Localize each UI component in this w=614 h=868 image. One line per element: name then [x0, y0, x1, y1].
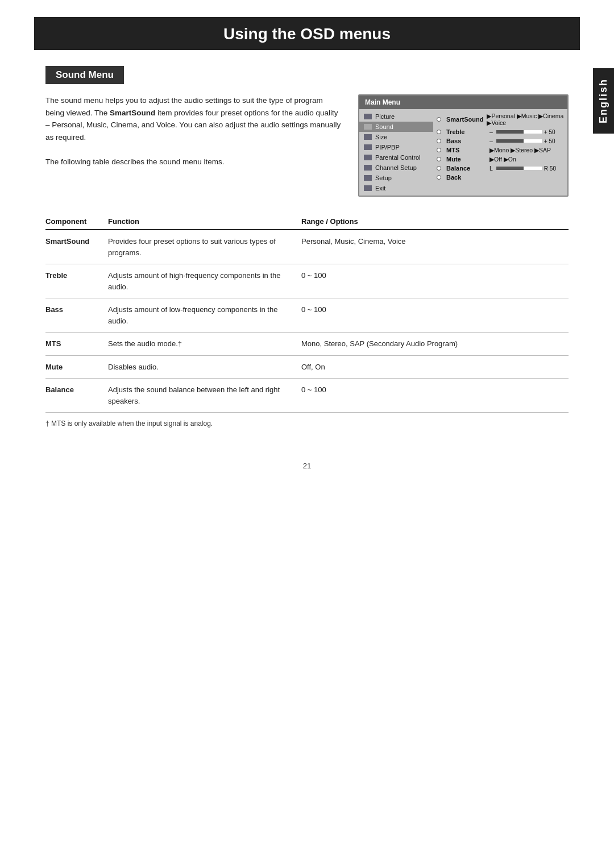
table-header-row: Component Function Range / Options	[45, 214, 569, 230]
table-row: MuteDisables audio.Off, On	[45, 355, 569, 379]
col-header-range: Range / Options	[301, 214, 569, 230]
osd-bar-treble: + 50	[496, 129, 555, 135]
osd-item-channel: Channel Setup	[359, 163, 433, 173]
table-row: BalanceAdjusts the sound balance between…	[45, 379, 569, 413]
osd-bar-balance: R 50	[496, 165, 556, 172]
section-heading: Sound Menu	[45, 66, 124, 84]
osd-label-mts: MTS	[446, 147, 486, 153]
osd-bullet-bass	[437, 139, 441, 143]
osd-bullet-smartsound	[437, 117, 441, 122]
page-title: Using the OSD menus	[34, 17, 580, 50]
osd-balance-left: L	[489, 165, 493, 172]
osd-title-bar: Main Menu	[359, 95, 567, 109]
cell-component-2: Bass	[45, 298, 108, 333]
osd-bullet-mute	[437, 157, 441, 161]
osd-item-pip: PIP/PBP	[359, 142, 433, 152]
osd-left-col: Picture Sound Size PIP/PBP	[359, 109, 433, 196]
cell-range-0: Personal, Music, Cinema, Voice	[301, 230, 569, 264]
cell-function-5: Adjusts the sound balance between the le…	[108, 379, 301, 413]
osd-row-mute: Mute ▶Off ▶On	[433, 155, 567, 164]
col-header-component: Component	[45, 214, 108, 230]
intro-paragraph-1: The sound menu helps you to adjust the a…	[45, 94, 341, 143]
page-number: 21	[0, 462, 614, 470]
osd-row-bass: Bass – + 50	[433, 136, 567, 146]
osd-options-smartsound: ▶Personal ▶Music ▶Cinema ▶Voice	[487, 113, 564, 126]
osd-body: Picture Sound Size PIP/PBP	[359, 109, 567, 196]
osd-options-mute: ▶Off ▶On	[489, 156, 516, 163]
table-section: Component Function Range / Options Smart…	[45, 214, 569, 413]
osd-options-mts: ▶Mono ▶Stereo ▶SAP	[489, 147, 551, 153]
osd-bullet-balance	[437, 166, 441, 171]
cell-function-2: Adjusts amount of low-frequency componen…	[108, 298, 301, 333]
osd-dash-treble: –	[489, 128, 493, 135]
osd-row-treble: Treble – + 50	[433, 127, 567, 136]
osd-label-smartsound: SmartSound	[446, 116, 483, 123]
osd-label-balance: Balance	[446, 165, 486, 172]
cell-component-0: SmartSound	[45, 230, 108, 264]
cell-range-2: 0 ~ 100	[301, 298, 569, 333]
osd-item-setup: Setup	[359, 173, 433, 183]
language-tab: English	[593, 68, 614, 134]
cell-function-4: Disables audio.	[108, 355, 301, 379]
cell-range-5: 0 ~ 100	[301, 379, 569, 413]
cell-range-4: Off, On	[301, 355, 569, 379]
osd-label-back: Back	[446, 174, 486, 181]
table-row: MTSSets the audio mode.†Mono, Stereo, SA…	[45, 333, 569, 356]
osd-bar-bass: + 50	[496, 138, 555, 144]
osd-item-sound: Sound	[359, 122, 433, 132]
osd-row-balance: Balance L R 50	[433, 164, 567, 173]
osd-item-parental: Parental Control	[359, 152, 433, 163]
cell-range-3: Mono, Stereo, SAP (Secondary Audio Progr…	[301, 333, 569, 356]
osd-bullet-mts	[437, 148, 441, 152]
osd-row-back: Back	[433, 173, 567, 182]
osd-bullet-back	[437, 175, 441, 180]
osd-menu-mockup: Main Menu Picture Sound Size	[358, 94, 569, 197]
cell-component-3: MTS	[45, 333, 108, 356]
osd-row-smartsound: SmartSound ▶Personal ▶Music ▶Cinema ▶Voi…	[433, 111, 567, 127]
cell-function-3: Sets the audio mode.†	[108, 333, 301, 356]
intro-text: The sound menu helps you to adjust the a…	[45, 94, 341, 168]
sound-table: Component Function Range / Options Smart…	[45, 214, 569, 413]
cell-component-5: Balance	[45, 379, 108, 413]
osd-right-col: SmartSound ▶Personal ▶Music ▶Cinema ▶Voi…	[433, 109, 567, 196]
osd-label-treble: Treble	[446, 128, 486, 135]
col-header-function: Function	[108, 214, 301, 230]
osd-label-mute: Mute	[446, 156, 486, 163]
footnote: † MTS is only available when the input s…	[45, 420, 569, 427]
osd-item-size: Size	[359, 132, 433, 142]
table-row: BassAdjusts amount of low-frequency comp…	[45, 298, 569, 333]
osd-bullet-treble	[437, 130, 441, 134]
intro-row: The sound menu helps you to adjust the a…	[45, 94, 569, 197]
table-row: SmartSoundProvides four preset options t…	[45, 230, 569, 264]
osd-item-picture: Picture	[359, 111, 433, 122]
cell-function-1: Adjusts amount of high-frequency compone…	[108, 264, 301, 298]
osd-item-exit: Exit	[359, 183, 433, 193]
osd-label-bass: Bass	[446, 138, 486, 144]
table-row: TrebleAdjusts amount of high-frequency c…	[45, 264, 569, 298]
osd-dash-bass: –	[489, 138, 493, 144]
cell-function-0: Provides four preset options to suit var…	[108, 230, 301, 264]
cell-component-4: Mute	[45, 355, 108, 379]
osd-row-mts: MTS ▶Mono ▶Stereo ▶SAP	[433, 146, 567, 155]
cell-component-1: Treble	[45, 264, 108, 298]
smartsound-bold: SmartSound	[110, 109, 155, 117]
intro-paragraph-2: The following table describes the sound …	[45, 156, 341, 168]
cell-range-1: 0 ~ 100	[301, 264, 569, 298]
